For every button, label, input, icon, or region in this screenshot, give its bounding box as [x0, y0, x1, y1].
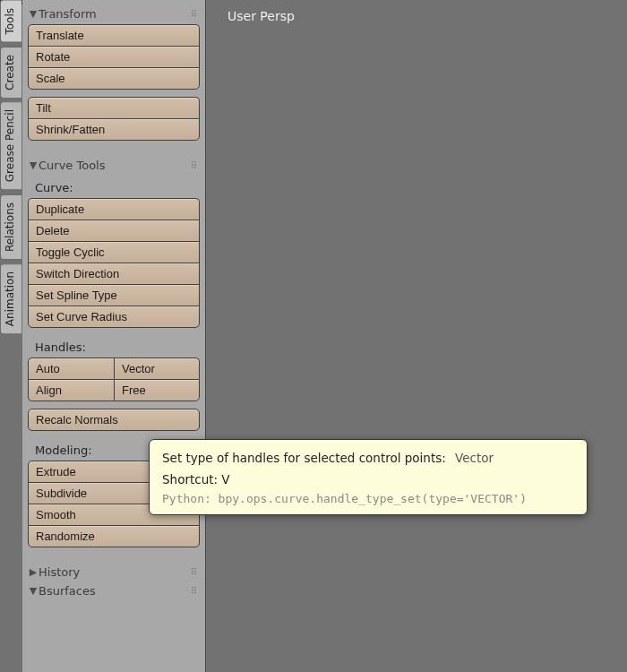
rotate-button[interactable]: Rotate	[28, 46, 200, 67]
duplicate-button[interactable]: Duplicate	[28, 198, 200, 220]
chevron-right-icon: ▶	[28, 566, 39, 578]
toggle-cyclic-button[interactable]: Toggle Cyclic	[28, 241, 200, 263]
panel-title: Curve Tools	[39, 159, 191, 172]
panel-title: History	[39, 565, 191, 579]
tab-animation[interactable]: Animation	[0, 263, 21, 334]
drag-grip-icon[interactable]: ⠿	[191, 160, 198, 170]
translate-button[interactable]: Translate	[28, 24, 200, 46]
handles-label: Handles:	[28, 335, 200, 358]
delete-button[interactable]: Delete	[28, 220, 200, 241]
tool-shelf: ▼ Transform ⠿ Translate Rotate Scale Til…	[22, 0, 206, 672]
panel-header-history[interactable]: ▶ History ⠿	[28, 564, 200, 582]
shrink-fatten-button[interactable]: Shrink/Fatten	[28, 118, 200, 141]
tab-grease-pencil[interactable]: Grease Pencil	[0, 101, 21, 190]
drag-grip-icon[interactable]: ⠿	[191, 586, 198, 596]
panel-header-transform[interactable]: ▼ Transform ⠿	[28, 5, 200, 24]
tooltip-description: Set type of handles for selected control…	[162, 451, 446, 465]
randomize-button[interactable]: Randomize	[28, 525, 200, 547]
tooltip-value: Vector	[455, 451, 494, 465]
panel-header-curve-tools[interactable]: ▼ Curve Tools ⠿	[28, 157, 200, 176]
curve-label: Curve:	[28, 176, 200, 198]
handle-free-button[interactable]: Free	[114, 379, 200, 401]
tooltip-python: Python: bpy.ops.curve.handle_type_set(ty…	[162, 492, 574, 505]
handle-align-button[interactable]: Align	[28, 379, 114, 401]
tab-relations[interactable]: Relations	[0, 194, 21, 260]
tilt-button[interactable]: Tilt	[28, 97, 200, 118]
scale-button[interactable]: Scale	[28, 67, 200, 90]
recalc-normals-button[interactable]: Recalc Normals	[28, 409, 200, 431]
handle-auto-button[interactable]: Auto	[28, 358, 114, 379]
set-spline-type-button[interactable]: Set Spline Type	[28, 284, 200, 306]
tooltip: Set type of handles for selected control…	[149, 439, 588, 515]
viewport-perspective-label: User Persp	[228, 9, 295, 23]
vertical-tab-bar: Tools Create Grease Pencil Relations Ani…	[0, 0, 22, 672]
panel-title: Bsurfaces	[39, 584, 191, 598]
handle-vector-button[interactable]: Vector	[114, 358, 200, 379]
tooltip-shortcut: Shortcut: V	[162, 472, 574, 487]
panel-header-bsurfaces[interactable]: ▼ Bsurfaces ⠿	[28, 582, 200, 601]
chevron-down-icon: ▼	[28, 159, 39, 171]
drag-grip-icon[interactable]: ⠿	[191, 9, 198, 19]
tab-create[interactable]: Create	[0, 47, 21, 99]
panel-title: Transform	[39, 7, 191, 21]
chevron-down-icon: ▼	[28, 585, 39, 597]
switch-direction-button[interactable]: Switch Direction	[28, 263, 200, 284]
3d-viewport[interactable]: User Persp	[206, 0, 627, 672]
chevron-down-icon: ▼	[28, 8, 39, 20]
set-curve-radius-button[interactable]: Set Curve Radius	[28, 306, 200, 328]
tab-tools[interactable]: Tools	[0, 0, 21, 43]
drag-grip-icon[interactable]: ⠿	[191, 567, 198, 577]
